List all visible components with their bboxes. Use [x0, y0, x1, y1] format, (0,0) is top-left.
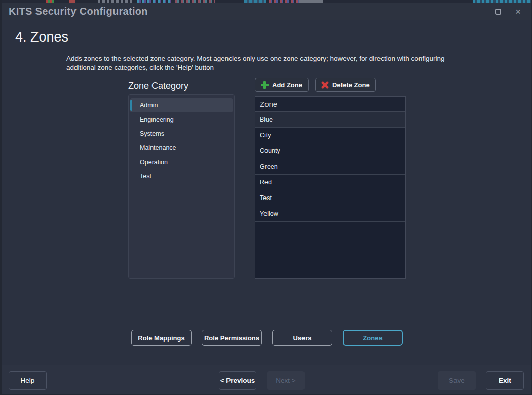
zone-row-red[interactable]: Red: [255, 175, 405, 190]
titlebar: KITS Security Configuration ×: [2, 3, 531, 20]
zone-category-item-label: Admin: [140, 102, 158, 109]
maximize-restore-icon[interactable]: [495, 9, 501, 15]
section-nav: Role Mappings Role Permissions Users Zon…: [131, 330, 403, 346]
next-button[interactable]: Next >: [267, 371, 305, 390]
zone-category-item-engineering[interactable]: Engineering: [130, 112, 233, 127]
delete-x-icon: [321, 81, 329, 89]
previous-button[interactable]: < Previous: [219, 371, 256, 390]
role-permissions-button[interactable]: Role Permissions: [202, 330, 262, 346]
window-title: KITS Security Configuration: [9, 6, 148, 17]
zone-category-item-test[interactable]: Test: [130, 169, 233, 183]
window-controls: ×: [495, 9, 524, 15]
exit-button[interactable]: Exit: [486, 371, 524, 390]
footer-bar: Help < Previous Next > Save Exit: [2, 365, 531, 394]
zone-row-yellow[interactable]: Yellow: [255, 206, 405, 222]
zone-category-item-label: Maintenance: [140, 144, 176, 151]
zone-toolbar: Add Zone Delete Zone: [255, 78, 376, 92]
zone-row-city[interactable]: City: [255, 128, 405, 143]
page-description-line1: Adds zones to the selected zone category…: [66, 54, 444, 63]
page-description: Adds zones to the selected zone category…: [66, 54, 444, 72]
page-title: 4. Zones: [15, 29, 68, 45]
zone-category-item-label: Test: [140, 173, 151, 180]
zone-row-green[interactable]: Green: [255, 159, 405, 175]
close-icon[interactable]: ×: [515, 9, 521, 15]
zone-category-item-operation[interactable]: Operation: [130, 155, 233, 169]
help-button[interactable]: Help: [9, 371, 47, 390]
zone-row-county[interactable]: County: [255, 143, 405, 159]
zone-row-blue[interactable]: Blue: [255, 112, 405, 128]
save-button[interactable]: Save: [438, 371, 476, 390]
plus-icon: [261, 81, 269, 89]
zone-table: Zone Blue City County Green Red Test Yel…: [255, 96, 406, 279]
add-zone-button[interactable]: Add Zone: [255, 78, 309, 92]
zone-category-item-label: Operation: [140, 159, 168, 166]
zone-category-item-label: Engineering: [140, 116, 174, 123]
add-zone-label: Add Zone: [272, 81, 302, 89]
kits-security-configuration-window: KITS Security Configuration × 4. Zones A…: [0, 0, 532, 395]
zone-row-test[interactable]: Test: [255, 190, 405, 206]
zones-button[interactable]: Zones: [343, 330, 403, 346]
users-button[interactable]: Users: [272, 330, 332, 346]
zone-category-item-maintenance[interactable]: Maintenance: [130, 141, 233, 155]
delete-zone-button[interactable]: Delete Zone: [315, 78, 376, 92]
zone-category-item-systems[interactable]: Systems: [130, 127, 233, 141]
zone-category-item-label: Systems: [140, 130, 164, 137]
zone-category-label: Zone Category: [128, 81, 188, 91]
zone-column-separator: [402, 97, 402, 222]
zone-category-list: Admin Engineering Systems Maintenance Op…: [128, 94, 235, 279]
zone-column-header[interactable]: Zone: [255, 97, 405, 112]
page-description-line2: additional zone categories, click the 'H…: [66, 63, 444, 72]
delete-zone-label: Delete Zone: [332, 81, 370, 89]
zone-category-item-admin[interactable]: Admin: [130, 98, 233, 112]
role-mappings-button[interactable]: Role Mappings: [131, 330, 192, 346]
